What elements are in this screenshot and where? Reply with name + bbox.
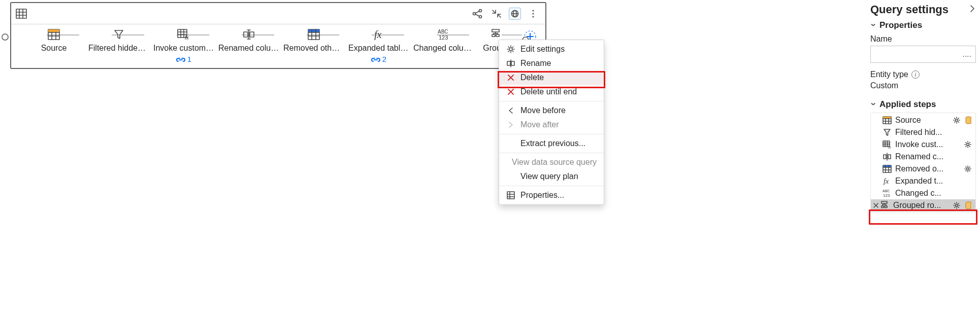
svg-text:123: 123 xyxy=(883,193,890,198)
svg-rect-17 xyxy=(48,29,59,32)
diagram-step-filtered[interactable]: Filtered hidden fi... xyxy=(86,29,151,53)
data-source-web-icon[interactable] xyxy=(509,8,521,20)
query-name-input[interactable] xyxy=(870,46,976,63)
applied-step-source[interactable]: Source xyxy=(871,114,975,126)
link-count: 1 xyxy=(187,55,191,63)
svg-text:ABC: ABC xyxy=(883,189,890,193)
svg-text:ABC: ABC xyxy=(438,29,448,34)
menu-delete[interactable]: Delete xyxy=(499,70,604,85)
applied-step-label: Expanded t... xyxy=(895,176,972,186)
diagram-step-label: Filtered hidden fi... xyxy=(86,44,151,53)
table-icon xyxy=(14,7,28,21)
svg-line-85 xyxy=(955,118,955,119)
diagram-step-renamed[interactable]: Renamed columns xyxy=(216,29,281,53)
menu-view-query-plan[interactable]: View query plan xyxy=(499,169,604,184)
diagram-step-label: Changed column... xyxy=(411,44,476,53)
applied-step-label: Invoke cust... xyxy=(895,140,960,149)
applied-step-renamed[interactable]: Renamed c... xyxy=(871,151,975,163)
menu-separator xyxy=(499,101,604,101)
applied-step-invoke[interactable]: fx Invoke cust... xyxy=(871,138,975,151)
diagram-step-removed[interactable]: Removed other c... xyxy=(281,29,346,53)
menu-properties[interactable]: Properties... xyxy=(499,188,604,202)
svg-line-103 xyxy=(969,146,970,147)
gear-icon[interactable] xyxy=(963,165,972,172)
section-label: Properties xyxy=(879,20,922,30)
abc123-icon: ABC123 xyxy=(411,27,476,42)
svg-line-62 xyxy=(513,47,514,48)
menu-view-data-source-query: View data source query xyxy=(499,155,604,169)
gear-icon[interactable] xyxy=(963,141,972,148)
gear-icon[interactable] xyxy=(952,202,961,209)
menu-separator xyxy=(499,153,604,153)
svg-point-14 xyxy=(532,13,534,14)
gear-icon[interactable] xyxy=(952,117,961,124)
applied-step-grouped[interactable]: Grouped ro... xyxy=(871,199,975,211)
database-icon xyxy=(964,116,972,124)
link-badge[interactable]: 1 xyxy=(151,55,216,63)
step-context-menu: Edit settings Rename Delete Delete until… xyxy=(499,40,604,205)
diagram-step-invoke[interactable]: fx Invoke custom fu... 1 xyxy=(151,29,216,63)
name-label: Name xyxy=(870,34,976,44)
svg-point-80 xyxy=(956,119,958,122)
share-icon[interactable] xyxy=(470,7,484,21)
applied-step-changed[interactable]: ABC123 Changed c... xyxy=(871,187,975,199)
table-blue-icon xyxy=(882,165,892,173)
svg-line-121 xyxy=(969,170,970,171)
svg-point-97 xyxy=(967,144,969,146)
applied-step-removed[interactable]: Removed o... xyxy=(871,163,975,175)
more-options-icon[interactable] xyxy=(526,7,540,21)
applied-step-label: Grouped ro... xyxy=(893,201,949,210)
diagram-handle-left[interactable] xyxy=(2,33,9,41)
svg-line-141 xyxy=(955,203,955,204)
menu-rename[interactable]: Rename xyxy=(499,56,604,70)
svg-text:fx: fx xyxy=(884,178,889,185)
svg-line-104 xyxy=(966,146,966,147)
applied-step-label: Filtered hid... xyxy=(895,128,972,137)
link-badge[interactable]: 2 xyxy=(346,55,411,63)
svg-point-54 xyxy=(509,48,512,51)
menu-separator xyxy=(499,186,604,186)
diagram-step-source[interactable]: Source xyxy=(21,29,86,53)
svg-line-144 xyxy=(958,203,959,204)
section-applied-steps[interactable]: Applied steps xyxy=(870,99,976,110)
svg-line-102 xyxy=(966,143,966,143)
svg-line-87 xyxy=(955,122,955,122)
menu-label: Extract previous... xyxy=(520,139,585,148)
svg-line-123 xyxy=(969,167,970,167)
database-icon xyxy=(964,201,972,209)
diagram-steps: Source Filtered hidden fi... fx Invoke c… xyxy=(21,29,541,69)
menu-label: View data source query xyxy=(512,158,597,167)
applied-step-label: Removed o... xyxy=(895,164,960,173)
svg-text:fx: fx xyxy=(185,35,189,40)
svg-rect-0 xyxy=(16,9,26,18)
diagram-step-expanded[interactable]: fx Expanded table c... 2 xyxy=(346,29,411,63)
gear-icon xyxy=(506,45,515,53)
close-icon xyxy=(506,74,515,81)
rename-icon xyxy=(506,59,515,67)
svg-line-105 xyxy=(969,143,970,143)
chevron-right-icon[interactable] xyxy=(969,4,976,15)
diagram-header xyxy=(11,3,545,24)
menu-edit-settings[interactable]: Edit settings xyxy=(499,42,604,56)
applied-step-expanded[interactable]: fx Expanded t... xyxy=(871,175,975,187)
menu-label: View query plan xyxy=(520,172,578,181)
svg-line-143 xyxy=(955,207,955,207)
svg-text:fx: fx xyxy=(374,29,382,40)
svg-point-13 xyxy=(532,10,534,11)
svg-line-122 xyxy=(966,170,966,171)
section-properties[interactable]: Properties xyxy=(870,20,976,30)
annotation-highlight-grouped xyxy=(869,209,977,225)
diagram-step-changed[interactable]: ABC123 Changed column... xyxy=(411,29,476,53)
menu-move-before[interactable]: Move before xyxy=(499,103,604,118)
delete-step-icon[interactable] xyxy=(872,202,880,208)
diagram-step-label: Renamed columns xyxy=(216,44,281,53)
info-icon[interactable]: i xyxy=(911,70,920,79)
svg-rect-146 xyxy=(971,201,971,209)
table-blue-icon xyxy=(281,27,346,42)
applied-step-filtered[interactable]: Filtered hid... xyxy=(871,126,975,138)
menu-delete-until-end[interactable]: Delete until end xyxy=(499,85,604,99)
abc123-icon: ABC123 xyxy=(882,189,892,198)
svg-rect-70 xyxy=(507,192,514,199)
collapse-icon[interactable] xyxy=(489,7,504,21)
menu-extract-previous[interactable]: Extract previous... xyxy=(499,136,604,151)
